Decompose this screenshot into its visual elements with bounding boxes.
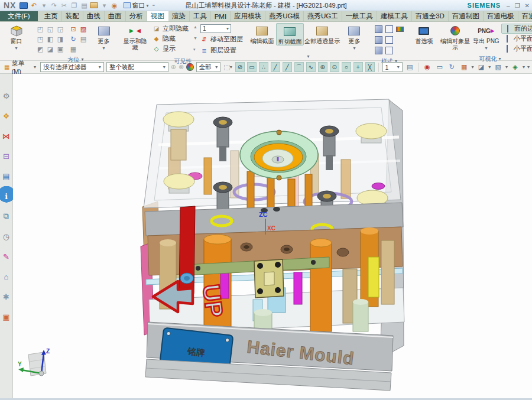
dropdown-arrow-icon[interactable]: ▾: [307, 54, 309, 59]
settings-gear-icon[interactable]: ⚙: [0, 86, 13, 106]
hidden-edges-style-icon[interactable]: [384, 35, 394, 45]
snap-point-toggle[interactable]: ╱: [271, 62, 280, 72]
open-folder-icon[interactable]: [90, 2, 98, 8]
view-orient-icon[interactable]: ◩: [35, 44, 45, 54]
dropdown-arrow-icon[interactable]: ▾: [505, 64, 508, 70]
zoom-window-icon[interactable]: ▭: [434, 62, 445, 72]
tab-2[interactable]: 曲线: [83, 11, 105, 21]
marquee-select-icon[interactable]: ⬚▾: [223, 62, 233, 72]
part-navigator-icon[interactable]: ⊟: [0, 146, 13, 166]
paste-icon[interactable]: ▤: [80, 1, 88, 10]
roles-icon[interactable]: ✎: [0, 246, 13, 266]
snap-point-toggle[interactable]: ▭: [247, 62, 257, 72]
zoom-view-icon[interactable]: ⊡: [69, 24, 78, 34]
shaded-style-icon[interactable]: [374, 35, 384, 45]
snap-point-toggle[interactable]: ○: [342, 62, 351, 72]
tab-file[interactable]: 文件(F): [0, 11, 38, 21]
machining-wizard-icon[interactable]: ✱: [0, 287, 13, 307]
tab-10[interactable]: 燕秀UG模: [265, 11, 304, 21]
save-icon[interactable]: [20, 2, 28, 9]
window-menu-button[interactable]: 窗口 ▾: [124, 1, 148, 10]
qat-customize-icon[interactable]: ╸: [150, 1, 158, 10]
view-orient-icon[interactable]: ◨: [56, 34, 65, 44]
snap-point-toggle[interactable]: ⊘: [235, 62, 245, 72]
work-layer-dropdown[interactable]: 1 ▾: [200, 24, 231, 33]
face-edges-button[interactable]: 面的边: [501, 24, 532, 34]
wireframe-style-icon[interactable]: [384, 24, 394, 34]
pan-view-icon[interactable]: ▤: [79, 34, 88, 44]
tab-11[interactable]: 燕秀UG工: [304, 11, 342, 21]
deselect-tool-icon[interactable]: ⊗: [179, 63, 184, 71]
face-analysis-style-icon[interactable]: [374, 45, 384, 56]
perspective-icon[interactable]: ▦: [69, 44, 78, 54]
open-dropdown-arrow-icon[interactable]: ▾: [100, 1, 108, 10]
dropdown-arrow-icon[interactable]: ▾: [523, 64, 525, 70]
studio-style-icon[interactable]: [395, 24, 405, 34]
app-close-button[interactable]: ✕: [525, 2, 530, 9]
history-icon[interactable]: ⧉: [0, 206, 13, 226]
snap-point-toggle[interactable]: ∿: [306, 62, 316, 72]
assembly-navigator-icon[interactable]: ❖: [0, 106, 13, 126]
facet-edges-button[interactable]: 小平面的边: [501, 34, 532, 44]
touch-mode-icon[interactable]: ▣: [0, 307, 13, 327]
snap-point-toggle[interactable]: +: [353, 62, 363, 72]
section-more-button[interactable]: 更多 ▾: [340, 23, 368, 51]
snap-point-toggle[interactable]: ⊕: [318, 62, 327, 72]
snap-point-toggle[interactable]: ╱: [283, 62, 292, 72]
immediate-hide-button[interactable]: ◪ 立即隐藏: [150, 24, 191, 34]
visual-reports-icon[interactable]: ⌂: [0, 266, 13, 287]
view-orient-icon[interactable]: ◰: [35, 24, 45, 34]
mold-3d-model[interactable]: UP 铭牌 Haier Mould ZC XC: [133, 92, 411, 396]
view-orient-icon[interactable]: ◧: [46, 34, 55, 44]
command-finder-icon[interactable]: ◉: [110, 1, 118, 10]
fit-window-icon[interactable]: ◉: [422, 62, 432, 72]
show-hide-quick-icon[interactable]: ◈: [510, 62, 520, 72]
tab-12[interactable]: 一般工具: [342, 11, 377, 21]
dropdown-arrow-icon[interactable]: ▾: [472, 64, 474, 70]
tab-17[interactable]: 百通工具: [518, 11, 532, 21]
menu-button[interactable]: ▦ 菜单(M) ▾: [2, 59, 38, 75]
tab-0[interactable]: 主页: [41, 11, 62, 21]
gallery-scroll[interactable]: ▲▼▾: [192, 23, 199, 54]
clip-section-button[interactable]: 剪切截面: [276, 23, 304, 45]
tab-15[interactable]: 百通制图: [449, 11, 484, 21]
facet-settings-button[interactable]: 小平面设置: [501, 44, 532, 54]
move-to-layer-button[interactable]: ⇵ 移动至图层: [200, 34, 243, 44]
rotate-icon[interactable]: ↻: [447, 62, 457, 72]
view-orient-icon[interactable]: ◪: [46, 44, 55, 54]
fit-view-icon[interactable]: ▨: [79, 24, 88, 34]
tab-6[interactable]: 渲染: [168, 11, 190, 21]
orientation-more-button[interactable]: 更多 ▾: [90, 23, 118, 51]
shaded-edges-style-icon[interactable]: [374, 24, 384, 34]
copy-icon[interactable]: ❐: [70, 1, 78, 10]
tab-16[interactable]: 百通电极: [484, 11, 518, 21]
show-all-translucent-button[interactable]: 全部通透显示: [304, 23, 340, 44]
view-orient-icon[interactable]: ◲: [56, 24, 65, 34]
undo-dropdown-arrow-icon[interactable]: ▾: [40, 1, 48, 10]
tab-1[interactable]: 装配: [62, 11, 83, 21]
hide-button[interactable]: ◆ 隐藏: [150, 34, 191, 44]
toolbar-overflow-icon[interactable]: ▾: [527, 64, 530, 70]
pan-icon[interactable]: ▦: [459, 62, 469, 72]
tab-7[interactable]: 工具: [190, 11, 211, 21]
layer-settings-button[interactable]: ≣ 图层设置: [200, 45, 243, 56]
redo-icon[interactable]: ↷: [50, 1, 58, 10]
view-orient-icon[interactable]: ◳: [35, 34, 45, 44]
color-filter-icon[interactable]: [186, 63, 193, 71]
snap-point-toggle[interactable]: ∴: [259, 62, 268, 72]
view-orient-icon[interactable]: ◱: [46, 24, 55, 34]
undo-icon[interactable]: ↶: [30, 1, 38, 10]
tab-3[interactable]: 曲面: [105, 11, 126, 21]
partially-shaded-style-icon[interactable]: [384, 45, 394, 56]
snap-point-toggle[interactable]: ╳: [365, 62, 375, 72]
app-restore-button[interactable]: ❐: [515, 2, 520, 9]
cut-icon[interactable]: ✂: [60, 1, 68, 10]
tab-8[interactable]: PMI: [211, 11, 231, 21]
graphics-viewport[interactable]: UP 铭牌 Haier Mould ZC XC: [13, 74, 532, 398]
app-minimize-button[interactable]: –: [507, 2, 510, 9]
web-browser-icon[interactable]: ℹ: [0, 186, 13, 206]
preferences-button[interactable]: 首选项: [410, 23, 438, 44]
dropdown-arrow-icon[interactable]: ▾: [488, 64, 491, 70]
show-button[interactable]: ◇ 显示: [150, 44, 191, 54]
rotate-view-icon[interactable]: ↻: [69, 34, 78, 44]
